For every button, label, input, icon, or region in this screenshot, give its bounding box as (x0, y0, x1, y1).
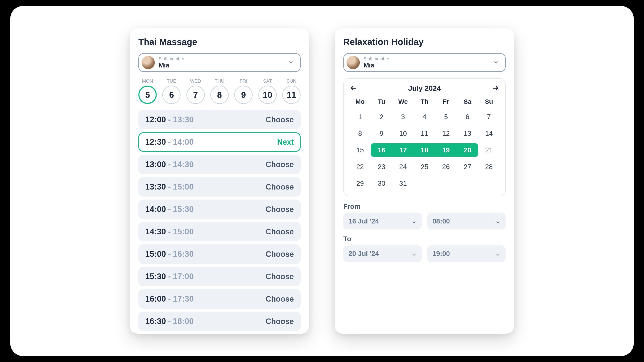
calendar-day[interactable]: 8 (349, 127, 371, 140)
calendar-day[interactable]: 6 (457, 110, 478, 124)
calendar-day (478, 177, 500, 190)
calendar-day[interactable]: 7 (478, 110, 500, 124)
choose-button[interactable]: Choose (266, 182, 294, 191)
calendar-day[interactable]: 14 (478, 127, 500, 140)
choose-button[interactable]: Choose (266, 317, 294, 326)
calendar-day[interactable]: 27 (457, 160, 478, 174)
slot-start: 15:00 (145, 250, 166, 259)
choose-button[interactable]: Choose (266, 227, 294, 236)
calendar-day[interactable]: 29 (349, 177, 371, 190)
calendar-day[interactable]: 22 (349, 160, 371, 174)
choose-button[interactable]: Choose (266, 160, 294, 169)
next-month-button[interactable] (491, 84, 500, 92)
slot-end: 13:30 (173, 115, 194, 124)
time-slot[interactable]: 14:30 - 15:00Choose (138, 222, 301, 241)
slot-start: 16:30 (145, 317, 166, 326)
day-button[interactable]: 7 (186, 86, 205, 104)
day-column: SAT10 (258, 78, 277, 104)
day-button[interactable]: 11 (282, 86, 301, 104)
calendar-day[interactable]: 19 (435, 143, 457, 157)
calendar-day[interactable]: 18 (414, 143, 436, 157)
calendar-dow: Su (478, 96, 500, 107)
calendar-day[interactable]: 30 (371, 177, 392, 190)
service-title: Relaxation Holiday (343, 37, 506, 47)
chevron-down-icon (288, 59, 294, 65)
slot-end: 15:00 (173, 227, 194, 236)
from-date-select[interactable]: 16 Jul '24 (343, 213, 422, 229)
canvas: Thai Massage Staff member Mia MON5TUE6WE… (10, 6, 634, 356)
calendar-day[interactable]: 3 (392, 110, 414, 124)
choose-button[interactable]: Choose (266, 115, 294, 124)
choose-button[interactable]: Choose (266, 295, 294, 304)
calendar-dow: Tu (371, 96, 392, 107)
calendar-dow: We (392, 96, 414, 107)
slot-time-range: 14:00 - 15:30 (145, 205, 194, 214)
calendar-grid: MoTuWeThFrSaSu12345678910111213141516171… (349, 96, 500, 190)
calendar-day[interactable]: 13 (457, 127, 478, 140)
day-button[interactable]: 5 (138, 86, 157, 104)
calendar-day[interactable]: 24 (392, 160, 414, 174)
to-time-select[interactable]: 19:00 (427, 246, 506, 262)
to-row: 20 Jul '24 19:00 (343, 246, 506, 262)
day-column: MON5 (138, 78, 157, 104)
time-slot[interactable]: 16:30 - 18:00Choose (138, 312, 301, 331)
day-button[interactable]: 8 (210, 86, 229, 104)
calendar-day[interactable]: 17 (392, 143, 414, 157)
calendar-month-label: July 2024 (408, 84, 441, 92)
calendar-day[interactable]: 12 (435, 127, 457, 140)
choose-button[interactable]: Choose (266, 272, 294, 281)
slot-separator: - (168, 294, 171, 304)
calendar: July 2024 MoTuWeThFrSaSu1234567891011121… (343, 78, 506, 196)
calendar-day[interactable]: 15 (349, 143, 371, 157)
calendar-day[interactable]: 16 (371, 143, 392, 157)
calendar-day[interactable]: 28 (478, 160, 500, 174)
from-label: From (343, 203, 506, 210)
staff-label: Staff member (364, 56, 489, 61)
next-button[interactable]: Next (277, 138, 294, 147)
from-time-select[interactable]: 08:00 (427, 213, 506, 229)
time-slot[interactable]: 12:30 - 14:00Next (138, 132, 301, 152)
day-button[interactable]: 10 (258, 86, 277, 104)
calendar-day[interactable]: 20 (457, 143, 478, 157)
time-slot[interactable]: 15:00 - 16:30Choose (138, 244, 301, 264)
to-date-select[interactable]: 20 Jul '24 (343, 246, 422, 262)
calendar-day[interactable]: 2 (371, 110, 392, 124)
choose-button[interactable]: Choose (266, 205, 294, 214)
calendar-day[interactable]: 11 (414, 127, 436, 140)
day-column: FRI9 (234, 78, 252, 104)
prev-month-button[interactable] (349, 84, 358, 92)
slot-separator: - (168, 182, 171, 191)
day-button[interactable]: 6 (162, 86, 181, 104)
slot-separator: - (168, 115, 171, 124)
time-slot[interactable]: 16:00 - 17:30Choose (138, 289, 301, 309)
time-slot[interactable]: 14:00 - 15:30Choose (138, 200, 301, 219)
calendar-day[interactable]: 21 (478, 143, 500, 157)
day-abbr: SAT (263, 78, 272, 84)
choose-button[interactable]: Choose (266, 250, 294, 259)
days-row: MON5TUE6WED7THU8FRI9SAT10SUN11 (138, 78, 301, 104)
time-slot[interactable]: 15:30 - 17:00Choose (138, 267, 301, 286)
calendar-day[interactable]: 26 (435, 160, 457, 174)
staff-select[interactable]: Staff member Mia (138, 53, 301, 72)
calendar-day[interactable]: 5 (435, 110, 457, 124)
calendar-day[interactable]: 1 (349, 110, 371, 124)
time-slots: 12:00 - 13:30Choose12:30 - 14:00Next13:0… (138, 110, 301, 331)
staff-name: Mia (159, 62, 284, 69)
calendar-day (414, 177, 436, 190)
calendar-day[interactable]: 31 (392, 177, 414, 190)
chevron-down-icon (412, 251, 416, 256)
calendar-day[interactable]: 25 (414, 160, 436, 174)
calendar-day[interactable]: 10 (392, 127, 414, 140)
day-button[interactable]: 9 (234, 86, 252, 104)
day-abbr: WED (190, 78, 201, 84)
calendar-dow: Mo (349, 96, 371, 107)
slot-start: 14:00 (145, 205, 166, 214)
time-slot[interactable]: 13:30 - 15:00Choose (138, 177, 301, 197)
time-slot[interactable]: 13:00 - 14:30Choose (138, 155, 301, 174)
slot-end: 17:00 (173, 272, 194, 281)
calendar-day[interactable]: 23 (371, 160, 392, 174)
calendar-day[interactable]: 4 (414, 110, 436, 124)
time-slot[interactable]: 12:00 - 13:30Choose (138, 110, 301, 129)
staff-select[interactable]: Staff member Mia (343, 53, 506, 72)
calendar-day[interactable]: 9 (371, 127, 392, 140)
